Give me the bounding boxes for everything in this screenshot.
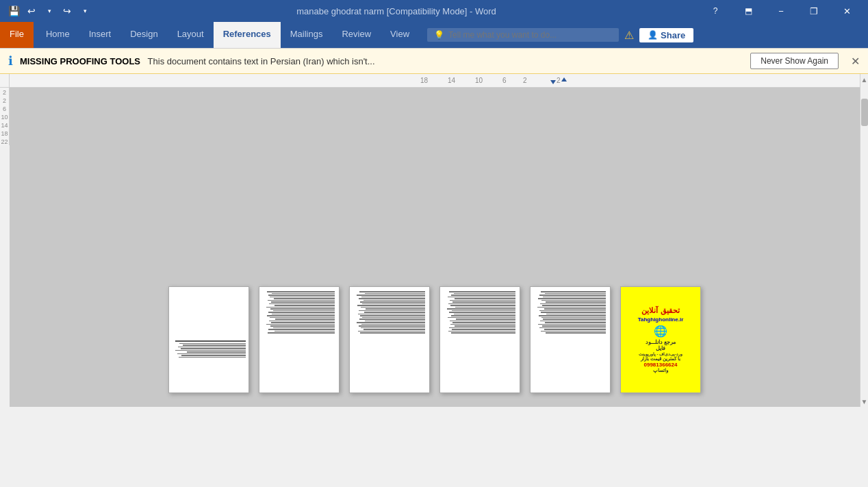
undo-button[interactable]: ↩	[23, 3, 40, 19]
page-3-content	[350, 287, 429, 392]
page-thumb-2[interactable]	[259, 286, 340, 393]
page-thumb-6[interactable]: تحقیق آنلاین Tahghighonline.ir 🌐 مرجع دا…	[620, 286, 701, 393]
never-show-again-button[interactable]: Never Show Again	[750, 53, 839, 69]
page-thumb-5[interactable]	[530, 286, 611, 393]
vertical-ruler: 2 2 6 10 14 18 22	[0, 88, 10, 145]
share-button[interactable]: 👤 Share	[639, 28, 693, 42]
scroll-up-button[interactable]: ▲	[860, 74, 869, 85]
window-controls: ? ⬒ − ❐ ✕	[700, 0, 863, 22]
tab-home[interactable]: Home	[36, 22, 79, 48]
notification-message: This document contains text in Persian (…	[148, 56, 375, 66]
scroll-thumb[interactable]	[861, 99, 868, 126]
ad-content: تحقیق آنلاین Tahghighonline.ir 🌐 مرجع دا…	[621, 287, 700, 392]
ruler-v-2b: 2	[3, 97, 6, 104]
ruler-h-14: 14	[448, 77, 455, 84]
tell-me-input[interactable]	[448, 30, 612, 40]
ad-line2: فایل	[656, 345, 665, 351]
tab-view[interactable]: View	[381, 22, 419, 48]
scroll-down-button[interactable]: ▼	[860, 396, 869, 407]
vertical-scrollbar[interactable]: ▲ ▼	[860, 74, 868, 407]
notification-bar: ℹ MISSING PROOFING TOOLS This document c…	[0, 49, 868, 74]
page-thumbnails-row: تحقیق آنلاین Tahghighonline.ir 🌐 مرجع دا…	[168, 286, 701, 393]
restore-button[interactable]: ❐	[798, 0, 830, 22]
page-thumb-3[interactable]	[349, 286, 430, 393]
ad-line1: مرجع دانلـــود	[646, 339, 676, 345]
ruler-h-2a: 2	[523, 77, 527, 84]
redo-button[interactable]: ↪	[59, 3, 75, 19]
ruler-v-10: 10	[1, 114, 8, 121]
notification-close-button[interactable]: ✕	[851, 55, 860, 68]
tab-layout[interactable]: Layout	[168, 22, 214, 48]
title-bar: 💾 ↩ ▾ ↪ ▾ manabe ghodrat narm [Compatibi…	[0, 0, 868, 22]
tab-review[interactable]: Review	[332, 22, 381, 48]
tab-file[interactable]: File	[0, 22, 34, 48]
ad-line3: ورد-پی‌دی‌اف - پاورپوینت	[639, 351, 682, 356]
title-bar-left: 💾 ↩ ▾ ↪ ▾	[5, 3, 93, 19]
alert-icon: ⚠	[624, 29, 634, 42]
save-button[interactable]: 💾	[5, 3, 22, 19]
document-area[interactable]: تحقیق آنلاین Tahghighonline.ir 🌐 مرجع دا…	[10, 88, 860, 407]
ruler-v-22: 22	[1, 138, 8, 145]
ruler-h-10: 10	[475, 77, 483, 84]
ruler-h-marker: 2	[550, 77, 567, 84]
page-thumb-4[interactable]	[439, 286, 520, 393]
tab-mailings[interactable]: Mailings	[281, 22, 333, 48]
window-title: manabe ghodrat narm [Compatibility Mode]…	[93, 6, 700, 16]
notification-text: MISSING PROOFING TOOLS This document con…	[20, 56, 743, 66]
ruler-h-6: 6	[502, 77, 507, 84]
ruler-v-18: 18	[1, 130, 8, 137]
ad-title: تحقیق آنلاین	[641, 306, 679, 315]
minimize-button[interactable]: −	[765, 0, 797, 22]
help-button[interactable]: ?	[700, 0, 731, 22]
document-wrapper: 2 2 6 10 14 18 22 18 14 10 6 2 2	[0, 74, 868, 407]
ad-line4: با کمترین قیمت بازار	[641, 356, 680, 362]
tab-design[interactable]: Design	[120, 22, 167, 48]
notification-info-icon: ℹ	[8, 53, 13, 68]
ruler-h-18: 18	[420, 77, 428, 84]
notification-title: MISSING PROOFING TOOLS	[20, 56, 140, 66]
quick-access-toolbar: 💾 ↩ ▾ ↪ ▾	[5, 3, 93, 19]
ad-phone: 09981366624	[644, 362, 678, 368]
ruler-v-6: 6	[3, 105, 6, 112]
page-4-content	[440, 287, 520, 392]
ruler-v-14: 14	[1, 122, 8, 129]
ad-whatsapp: واتساپ	[653, 368, 668, 373]
close-button[interactable]: ✕	[831, 0, 863, 22]
page-5-content	[531, 287, 610, 392]
ruler-v-2a: 2	[3, 89, 6, 96]
horizontal-ruler: 18 14 10 6 2 2	[10, 74, 860, 88]
ad-globe-icon: 🌐	[654, 325, 667, 338]
page-2-content	[259, 287, 339, 392]
ribbon-display-button[interactable]: ⬒	[732, 0, 764, 22]
tab-references[interactable]: References	[214, 22, 281, 48]
tab-insert[interactable]: Insert	[79, 22, 121, 48]
ad-url: Tahghighonline.ir	[638, 316, 684, 323]
page-thumb-1[interactable]	[168, 286, 249, 393]
undo-dropdown-button[interactable]: ▾	[41, 3, 58, 19]
ribbon: File Home Insert Design Layout Reference…	[0, 22, 868, 49]
customize-qat-button[interactable]: ▾	[77, 3, 93, 19]
